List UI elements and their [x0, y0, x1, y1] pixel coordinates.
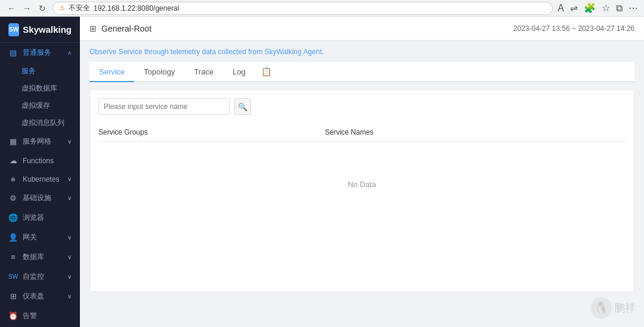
extensions-icon[interactable]: 🧩 — [584, 2, 596, 14]
sidebar-item-functions[interactable]: ☁ Functions — [0, 151, 80, 170]
chevron-service-mesh: ∨ — [67, 138, 72, 145]
sidebar: SW Skywalking ▤ 普通服务 ∧ 服务 虚拟数据库 虚拟缓存 虚拟消… — [0, 17, 80, 327]
sidebar-item-alert[interactable]: ⏰ 告警 — [0, 306, 80, 326]
sidebar-item-service-mesh[interactable]: ▦ 服务网格 ∨ — [0, 132, 80, 151]
sidebar-label-general: 普通服务 — [23, 48, 51, 58]
gateway-icon: 👤 — [8, 233, 18, 242]
sidebar-item-selfmonitor[interactable]: SW 自监控 ∨ — [0, 267, 80, 286]
chevron-database: ∨ — [67, 254, 72, 260]
search-button[interactable]: 🔍 — [234, 98, 251, 115]
browser-chrome: ← → ↻ ⚠ 不安全 192.168.1.22:8080/general A … — [0, 0, 644, 17]
url-text: 192.168.1.22:8080/general — [94, 4, 179, 13]
sidebar-label-database: 数据库 — [23, 252, 44, 262]
sidebar-item-kubernetes[interactable]: ⎈ Kubernetes ∨ — [0, 170, 80, 188]
tab-extra-icon[interactable]: 📋 — [255, 62, 277, 81]
favorites-icon[interactable]: ☆ — [602, 2, 610, 14]
browser-nav-icon: 🌐 — [8, 213, 18, 222]
alert-icon: ⏰ — [8, 312, 18, 320]
refresh-button[interactable]: ↻ — [37, 3, 48, 14]
page-header: ⊞ General-Root 2023-04-27 13:56 ~ 2023-0… — [80, 17, 644, 41]
tab-log[interactable]: Log — [223, 63, 255, 82]
search-icon: 🔍 — [238, 102, 247, 111]
sidebar-label-service-mesh: 服务网格 — [23, 136, 51, 147]
browser-toolbar: A ⇌ 🧩 ☆ ⧉ ⋯ — [558, 2, 638, 14]
tab-topology[interactable]: Topology — [134, 63, 184, 82]
chevron-selfmonitor: ∨ — [67, 273, 72, 280]
dashboard-icon: ⊞ — [8, 292, 18, 301]
no-data-text: No Data — [98, 144, 626, 225]
tab-service[interactable]: Service — [89, 63, 134, 82]
infra-icon: ⚙ — [8, 194, 18, 203]
search-row: 🔍 — [98, 98, 626, 115]
app-container: SW Skywalking ▤ 普通服务 ∧ 服务 虚拟数据库 虚拟缓存 虚拟消… — [0, 17, 644, 327]
sidebar-item-infra[interactable]: ⚙ 基础设施 ∨ — [0, 188, 80, 208]
sidebar-subitem-service[interactable]: 服务 — [0, 63, 80, 80]
sidebar-subitem-virtual-mq[interactable]: 虚拟消息队列 — [0, 114, 80, 132]
more-icon[interactable]: ⋯ — [628, 2, 638, 14]
chevron-kubernetes: ∨ — [67, 176, 72, 182]
chevron-general: ∧ — [67, 49, 72, 56]
logo: SW Skywalking — [0, 17, 80, 43]
search-input[interactable] — [98, 98, 230, 115]
col-header-names: Service Names — [325, 128, 626, 136]
service-mesh-icon: ▦ — [8, 137, 18, 146]
database-icon: ≡ — [8, 253, 18, 261]
sidebar-label-gateway: 网关 — [23, 232, 37, 242]
sidebar-label-dashboard: 仪表盘 — [23, 291, 44, 301]
selfmonitor-icon: SW — [8, 273, 18, 280]
tab-bar: Service Topology Trace Log 📋 — [89, 62, 634, 82]
forward-button[interactable]: → — [21, 3, 32, 14]
content-area: Observe Service through telemetry data c… — [80, 41, 644, 327]
sidebar-item-browser[interactable]: 🌐 浏览器 — [0, 208, 80, 228]
sidebar-label-functions: Functions — [23, 157, 54, 165]
sidebar-label-alert: 告警 — [23, 311, 37, 321]
sidebar-label-selfmonitor: 自监控 — [23, 272, 44, 282]
page-title: General-Root — [101, 24, 151, 33]
sidebar-item-gateway[interactable]: 👤 网关 ∨ — [0, 228, 80, 247]
service-panel: 🔍 Service Groups Service Names No Data — [89, 89, 634, 292]
main-area: ⊞ General-Root 2023-04-27 13:56 ~ 2023-0… — [80, 17, 644, 327]
sidebar-label-kubernetes: Kubernetes — [23, 175, 59, 183]
col-header-groups: Service Groups — [98, 128, 325, 136]
header-left: ⊞ General-Root — [89, 24, 151, 33]
split-view-icon[interactable]: ⧉ — [616, 3, 623, 14]
table-header: Service Groups Service Names — [98, 123, 626, 142]
info-banner: Observe Service through telemetry data c… — [89, 48, 634, 56]
chevron-infra: ∨ — [67, 195, 72, 201]
tab-trace[interactable]: Trace — [184, 63, 223, 82]
sidebar-subitem-virtual-db[interactable]: 虚拟数据库 — [0, 80, 80, 97]
translate-icon[interactable]: ⇌ — [570, 2, 578, 14]
font-size-icon[interactable]: A — [558, 3, 564, 14]
address-bar[interactable]: ⚠ 不安全 192.168.1.22:8080/general — [52, 2, 553, 15]
general-icon: ▤ — [8, 48, 18, 57]
security-label: 不安全 — [69, 3, 90, 13]
logo-text: Skywalking — [23, 24, 72, 35]
back-button[interactable]: ← — [6, 3, 17, 14]
sidebar-label-infra: 基础设施 — [23, 193, 51, 203]
functions-icon: ☁ — [8, 156, 18, 165]
date-range: 2023-04-27 13:56 ~ 2023-04-27 14:26 — [513, 24, 634, 33]
chevron-gateway: ∨ — [67, 234, 72, 241]
sidebar-item-database[interactable]: ≡ 数据库 ∨ — [0, 247, 80, 267]
kubernetes-icon: ⎈ — [8, 175, 18, 183]
sidebar-item-general[interactable]: ▤ 普通服务 ∧ — [0, 43, 80, 63]
grid-icon: ⊞ — [89, 24, 97, 33]
sidebar-subitem-virtual-cache[interactable]: 虚拟缓存 — [0, 97, 80, 114]
sidebar-item-dashboard[interactable]: ⊞ 仪表盘 ∨ — [0, 286, 80, 306]
security-warning-icon: ⚠ — [59, 4, 65, 12]
chevron-dashboard: ∨ — [67, 293, 72, 300]
logo-icon: SW — [8, 23, 19, 36]
sidebar-label-browser: 浏览器 — [23, 213, 44, 223]
